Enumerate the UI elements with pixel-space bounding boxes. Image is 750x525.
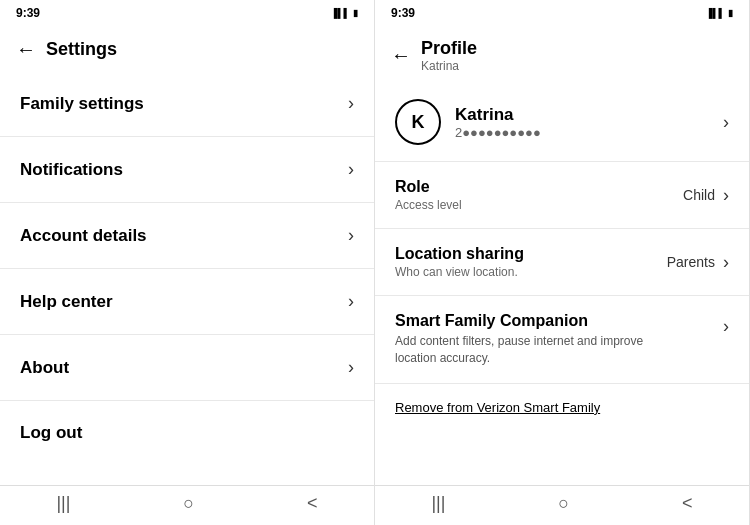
battery-icon: ▮ — [728, 8, 733, 18]
right-status-bar: 9:39 ▐▌▌ ▮ — [375, 0, 749, 26]
help-center-label: Help center — [20, 292, 113, 312]
chevron-icon: › — [348, 291, 354, 312]
profile-header: ← Profile Katrina — [375, 26, 749, 83]
settings-header: ← Settings — [0, 26, 374, 71]
chevron-icon: › — [348, 93, 354, 114]
remove-link[interactable]: Remove from Verizon Smart Family — [375, 384, 749, 431]
settings-menu-list: Family settings › Notifications › Accoun… — [0, 71, 374, 485]
location-chevron-icon: › — [723, 252, 729, 273]
nav-recent-icon[interactable]: ||| — [415, 489, 461, 518]
nav-back-icon[interactable]: < — [666, 489, 709, 518]
avatar: K — [395, 99, 441, 145]
profile-item-role[interactable]: Role Access level Child › — [375, 162, 749, 229]
account-details-label: Account details — [20, 226, 147, 246]
avatar-name: Katrina — [455, 105, 541, 125]
avatar-chevron-icon: › — [723, 112, 729, 133]
log-out-label: Log out — [20, 423, 82, 443]
smart-family-chevron-icon: › — [723, 316, 729, 337]
location-right: Parents › — [667, 252, 729, 273]
location-subtitle: Who can view location. — [395, 265, 667, 279]
chevron-icon: › — [348, 357, 354, 378]
battery-icon: ▮ — [353, 8, 358, 18]
avatar-text: Katrina 2●●●●●●●●●● — [455, 105, 541, 140]
avatar-info: K Katrina 2●●●●●●●●●● — [395, 99, 541, 145]
location-left: Location sharing Who can view location. — [395, 245, 667, 279]
back-button[interactable]: ← — [16, 38, 36, 61]
role-value: Child — [683, 187, 715, 203]
role-subtitle: Access level — [395, 198, 683, 212]
right-status-time: 9:39 — [391, 6, 415, 20]
role-right: Child › — [683, 185, 729, 206]
profile-title-group: Profile Katrina — [421, 38, 477, 73]
avatar-number: 2●●●●●●●●●● — [455, 125, 541, 140]
left-bottom-nav: ||| ○ < — [0, 485, 374, 525]
profile-avatar-row[interactable]: K Katrina 2●●●●●●●●●● › — [375, 83, 749, 162]
menu-item-family-settings[interactable]: Family settings › — [0, 71, 374, 137]
settings-panel: 9:39 ▐▌▌ ▮ ← Settings Family settings › … — [0, 0, 375, 525]
smart-family-desc: Add content filters, pause internet and … — [395, 333, 655, 367]
menu-item-help-center[interactable]: Help center › — [0, 269, 374, 335]
about-label: About — [20, 358, 69, 378]
menu-item-account-details[interactable]: Account details › — [0, 203, 374, 269]
role-title: Role — [395, 178, 683, 196]
profile-item-smart-family[interactable]: Smart Family Companion Add content filte… — [375, 296, 749, 384]
signal-icon: ▐▌▌ — [331, 8, 350, 18]
avatar-letter: K — [412, 112, 425, 133]
profile-subtitle: Katrina — [421, 59, 477, 73]
chevron-icon: › — [348, 225, 354, 246]
signal-icon: ▐▌▌ — [706, 8, 725, 18]
profile-panel: 9:39 ▐▌▌ ▮ ← Profile Katrina K Katrina 2… — [375, 0, 750, 525]
left-status-time: 9:39 — [16, 6, 40, 20]
location-title: Location sharing — [395, 245, 667, 263]
smart-family-left: Smart Family Companion Add content filte… — [395, 312, 723, 367]
settings-title: Settings — [46, 39, 117, 60]
role-chevron-icon: › — [723, 185, 729, 206]
menu-item-log-out[interactable]: Log out — [0, 401, 374, 465]
profile-item-location-sharing[interactable]: Location sharing Who can view location. … — [375, 229, 749, 296]
nav-home-icon[interactable]: ○ — [542, 489, 585, 518]
profile-back-button[interactable]: ← — [391, 44, 411, 67]
menu-item-about[interactable]: About › — [0, 335, 374, 401]
location-value: Parents — [667, 254, 715, 270]
role-left: Role Access level — [395, 178, 683, 212]
right-status-icons: ▐▌▌ ▮ — [706, 8, 733, 18]
menu-item-notifications[interactable]: Notifications › — [0, 137, 374, 203]
left-status-icons: ▐▌▌ ▮ — [331, 8, 358, 18]
family-settings-label: Family settings — [20, 94, 144, 114]
chevron-icon: › — [348, 159, 354, 180]
right-bottom-nav: ||| ○ < — [375, 485, 749, 525]
smart-family-title: Smart Family Companion — [395, 312, 723, 330]
nav-home-icon[interactable]: ○ — [167, 489, 210, 518]
left-status-bar: 9:39 ▐▌▌ ▮ — [0, 0, 374, 26]
nav-recent-icon[interactable]: ||| — [40, 489, 86, 518]
notifications-label: Notifications — [20, 160, 123, 180]
nav-back-icon[interactable]: < — [291, 489, 334, 518]
profile-title: Profile — [421, 38, 477, 59]
